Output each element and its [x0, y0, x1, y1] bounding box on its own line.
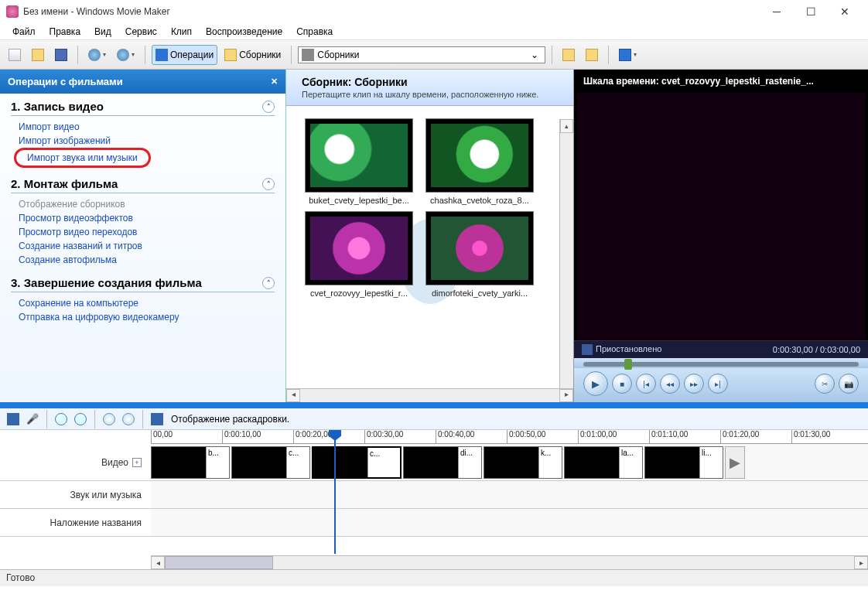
- collection-hscrollbar[interactable]: ◂▸: [286, 388, 573, 402]
- preview-time: 0:00:30,00 / 0:03:00,00: [773, 345, 860, 354]
- audio-levels-button[interactable]: [5, 411, 22, 428]
- redo-button[interactable]: ▾: [113, 45, 138, 65]
- expand-video-track[interactable]: +: [132, 458, 142, 467]
- timeline-clip[interactable]: c...: [231, 446, 310, 479]
- title-track-content[interactable]: [151, 509, 868, 536]
- collapse-icon[interactable]: ˄: [262, 101, 275, 113]
- status-bar: Готово: [0, 569, 868, 586]
- preview-title: Шкала времени: cvet_rozovyy_lepestki_ras…: [574, 70, 868, 93]
- collection-subtitle: Перетащите клип на шкалу времени, распол…: [302, 90, 558, 99]
- task-section-finish: 3. Завершение создания фильма ˄ Сохранен…: [0, 270, 285, 327]
- collapse-icon[interactable]: ˄: [262, 277, 275, 289]
- tasks-pane: Операции с фильмами ✕ 1. Запись видео ˄ …: [0, 70, 286, 402]
- zoom-in-button[interactable]: [53, 411, 70, 428]
- task-section-capture: 1. Запись видео ˄ Импорт видео Импорт из…: [0, 94, 285, 171]
- play-button[interactable]: ▶: [583, 371, 608, 396]
- maximize-button[interactable]: ☐: [794, 1, 828, 22]
- collection-body[interactable]: buket_cvety_lepestki_be...chashka_cvetok…: [286, 106, 573, 388]
- close-button[interactable]: ✕: [828, 1, 862, 22]
- preview-video[interactable]: [577, 93, 865, 340]
- collection-vscrollbar[interactable]: ▴: [559, 119, 573, 388]
- collections-toggle-button[interactable]: Сборники: [220, 45, 285, 65]
- ruler-tick: 0:01:00,00: [578, 430, 617, 444]
- tasks-toggle-label: Операции: [170, 50, 214, 60]
- snapshot-button[interactable]: 📷: [839, 374, 859, 394]
- open-button[interactable]: [28, 45, 48, 65]
- menu-play[interactable]: Воспроизведение: [200, 25, 289, 39]
- timeline-hscrollbar[interactable]: ◂▸: [151, 555, 868, 569]
- task-automovie[interactable]: Создание автофильма: [11, 253, 275, 267]
- minimize-button[interactable]: ─: [760, 1, 794, 22]
- next-clip-button[interactable]: ▸|: [708, 374, 728, 394]
- task-import-audio[interactable]: Импорт звука или музыки: [14, 148, 151, 168]
- task-section-title: 2. Монтаж фильма ˄: [11, 177, 275, 193]
- split-button[interactable]: ✂: [815, 374, 835, 394]
- timeline-rewind-button[interactable]: [101, 411, 118, 428]
- collection-item[interactable]: chashka_cvetok_roza_8...: [422, 118, 537, 205]
- seek-handle[interactable]: [624, 359, 632, 370]
- collections-dropdown[interactable]: Сборники ⌄: [298, 46, 545, 63]
- undo-button[interactable]: ▾: [84, 45, 110, 65]
- tasks-toggle-button[interactable]: Операции: [152, 45, 217, 65]
- video-track-label: Видео: [101, 457, 128, 468]
- narrate-button[interactable]: 🎤: [24, 411, 41, 428]
- new-button[interactable]: [5, 45, 25, 65]
- collection-item[interactable]: buket_cvety_lepestki_be...: [302, 118, 416, 205]
- playhead[interactable]: [334, 430, 336, 554]
- collection-item[interactable]: dimorfoteki_cvety_yarki...: [422, 211, 537, 298]
- ruler-tick: 0:00:10,00: [222, 430, 261, 444]
- save-button[interactable]: [51, 45, 71, 65]
- task-section-title: 3. Завершение создания фильма ˄: [11, 276, 275, 292]
- tasks-close-icon[interactable]: ✕: [271, 77, 278, 87]
- pause-status-icon: [582, 344, 593, 355]
- menu-file[interactable]: Файл: [6, 25, 42, 39]
- prev-clip-button[interactable]: |◂: [636, 374, 656, 394]
- collection-item[interactable]: cvet_rozovyy_lepestki_r...: [302, 211, 416, 298]
- chevron-down-icon: ⌄: [528, 50, 542, 60]
- film-icon: [302, 49, 314, 61]
- rewind-button[interactable]: ◂◂: [660, 374, 680, 394]
- task-save-computer[interactable]: Сохранение на компьютере: [11, 296, 275, 310]
- timeline-title-track: Наложение названия: [0, 509, 868, 537]
- timeline-ruler[interactable]: 00,000:00:10,000:00:20,000:00:30,000:00:…: [151, 430, 868, 444]
- timeline-clip[interactable]: b...: [151, 446, 230, 479]
- new-folder-button[interactable]: [582, 45, 602, 65]
- toolbar: ▾ ▾ Операции Сборники Сборники ⌄ ▾: [0, 40, 868, 70]
- task-video-transitions[interactable]: Просмотр видео переходов: [11, 225, 275, 239]
- storyboard-icon[interactable]: [149, 411, 166, 428]
- timeline-next-button[interactable]: ▶: [725, 446, 745, 479]
- zoom-out-button[interactable]: [72, 411, 89, 428]
- task-section-title: 1. Запись видео ˄: [11, 100, 275, 116]
- ruler-tick: 0:01:30,00: [791, 430, 830, 444]
- task-video-effects[interactable]: Просмотр видеоэффектов: [11, 211, 275, 225]
- up-level-button[interactable]: [559, 45, 579, 65]
- menu-tools[interactable]: Сервис: [119, 25, 163, 39]
- ruler-tick: 0:00:40,00: [436, 430, 474, 444]
- forward-button[interactable]: ▸▸: [684, 374, 704, 394]
- collections-toggle-label: Сборники: [239, 50, 281, 60]
- stop-button[interactable]: ■: [612, 374, 632, 394]
- menu-view[interactable]: Вид: [88, 25, 118, 39]
- task-titles-credits[interactable]: Создание названий и титров: [11, 239, 275, 253]
- task-import-video[interactable]: Импорт видео: [11, 120, 275, 134]
- timeline-clip[interactable]: li...: [644, 446, 723, 479]
- audio-track-content[interactable]: [151, 481, 868, 508]
- timeline-clip[interactable]: di...: [403, 446, 482, 479]
- timeline-view-label[interactable]: Отображение раскадровки.: [171, 414, 289, 425]
- menu-edit[interactable]: Правка: [43, 25, 87, 39]
- ruler-tick: 0:00:30,00: [364, 430, 403, 444]
- timeline-play-button[interactable]: [120, 411, 137, 428]
- collection-item-label: buket_cvety_lepestki_be...: [302, 196, 416, 205]
- menu-clip[interactable]: Клип: [165, 25, 198, 39]
- views-button[interactable]: ▾: [615, 45, 641, 65]
- timeline-clip[interactable]: k...: [484, 446, 562, 479]
- video-track-content[interactable]: b...c...c...di...k...la...li...▶: [151, 444, 868, 480]
- timeline-clip[interactable]: la...: [564, 446, 643, 479]
- collection-item-label: dimorfoteki_cvety_yarki...: [422, 288, 537, 298]
- collapse-icon[interactable]: ˄: [262, 178, 275, 190]
- task-import-pictures[interactable]: Импорт изображений: [11, 134, 275, 148]
- timeline-clip[interactable]: c...: [312, 446, 402, 479]
- task-send-dv-camera[interactable]: Отправка на цифровую видеокамеру: [11, 310, 275, 324]
- menu-help[interactable]: Справка: [290, 25, 339, 39]
- preview-seek-bar[interactable]: [574, 358, 868, 368]
